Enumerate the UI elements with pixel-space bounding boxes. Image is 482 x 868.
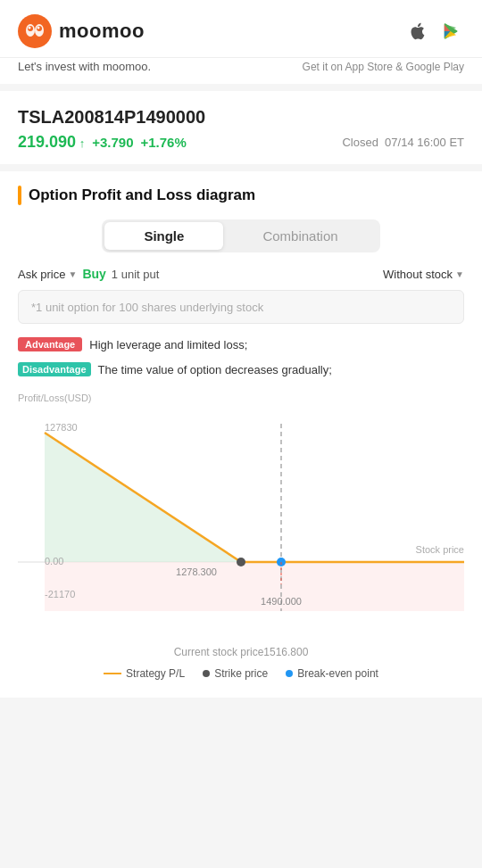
svg-point-6 bbox=[37, 27, 40, 29]
legend-strategy-pl: Strategy P/L bbox=[104, 667, 185, 680]
advantage-row: Advantage High leverage and limited loss… bbox=[18, 336, 464, 354]
svg-text:1278.300: 1278.300 bbox=[176, 566, 217, 577]
strategy-pl-line-icon bbox=[104, 673, 121, 674]
tags-row: Advantage High leverage and limited loss… bbox=[18, 336, 464, 378]
without-stock-dropdown[interactable]: Without stock ▼ bbox=[383, 268, 464, 281]
chart-area: Profit/Loss(USD) Stock price 127830 0.00… bbox=[18, 393, 464, 642]
info-box: *1 unit option for 100 shares underlying… bbox=[18, 290, 464, 324]
current-price-label: Current stock price1516.800 bbox=[18, 646, 464, 658]
section-title: Option Profit and Loss diagram bbox=[29, 186, 255, 204]
ask-price-arrow-icon: ▼ bbox=[68, 269, 77, 279]
tagline-row: Let's invest with moomoo. Get it on App … bbox=[0, 58, 482, 84]
logo-text: moomoo bbox=[59, 20, 145, 43]
advantage-tag: Advantage bbox=[18, 337, 82, 351]
breakeven-dot-icon bbox=[286, 670, 293, 677]
unit-text: 1 unit put bbox=[112, 268, 160, 281]
svg-text:127830: 127830 bbox=[45, 422, 78, 433]
legend-strike-price: Strike price bbox=[203, 667, 268, 680]
store-icons bbox=[405, 19, 464, 44]
buy-label: Buy bbox=[82, 267, 105, 281]
header: moomoo bbox=[0, 0, 482, 58]
price-arrow-icon: ↑ bbox=[76, 136, 85, 150]
price-change: +3.790 bbox=[92, 135, 133, 150]
svg-rect-9 bbox=[45, 562, 464, 611]
profit-loss-chart: 127830 0.00 -21170 1490.000 1278.300 bbox=[18, 410, 464, 624]
svg-point-0 bbox=[18, 14, 52, 48]
y-axis-label: Profit/Loss(USD) bbox=[18, 393, 92, 403]
section-title-row: Option Profit and Loss diagram bbox=[18, 186, 464, 205]
store-link: Get it on App Store & Google Play bbox=[303, 61, 464, 73]
stock-symbol: TSLA200814P1490000 bbox=[18, 107, 464, 128]
price-change-pct: +1.76% bbox=[141, 135, 187, 150]
stock-price-row: 219.090 ↑ +3.790 +1.76% Closed 07/14 16:… bbox=[18, 133, 464, 152]
tab-row: Single Combination bbox=[18, 219, 464, 252]
section-accent-bar bbox=[18, 186, 21, 205]
stock-price: 219.090 ↑ bbox=[18, 133, 85, 152]
google-play-icon[interactable] bbox=[439, 19, 464, 44]
strike-price-dot-icon bbox=[203, 670, 210, 677]
tab-single[interactable]: Single bbox=[104, 222, 223, 250]
tab-combination[interactable]: Combination bbox=[223, 222, 377, 250]
ask-price-dropdown[interactable]: Ask price ▼ bbox=[18, 268, 77, 281]
legend-row: Strategy P/L Strike price Break-even poi… bbox=[18, 667, 464, 680]
svg-point-5 bbox=[29, 27, 31, 29]
apple-icon[interactable] bbox=[405, 19, 430, 44]
market-status: Closed 07/14 16:00 ET bbox=[342, 136, 464, 149]
legend-breakeven: Break-even point bbox=[286, 667, 378, 680]
tagline: Let's invest with moomoo. bbox=[18, 60, 151, 73]
svg-text:1490.000: 1490.000 bbox=[261, 596, 302, 607]
left-controls: Ask price ▼ Buy 1 unit put bbox=[18, 267, 159, 281]
stock-section: TSLA200814P1490000 219.090 ↑ +3.790 +1.7… bbox=[0, 91, 482, 164]
logo-area: moomoo bbox=[18, 14, 145, 48]
diagram-section: Option Profit and Loss diagram Single Co… bbox=[0, 171, 482, 698]
svg-text:-21170: -21170 bbox=[45, 589, 75, 599]
svg-text:0.00: 0.00 bbox=[45, 556, 63, 566]
tab-container: Single Combination bbox=[102, 219, 379, 252]
without-stock-arrow-icon: ▼ bbox=[455, 269, 464, 279]
disadvantage-row: Disadvantage The time value of option de… bbox=[18, 361, 464, 379]
svg-point-18 bbox=[237, 558, 245, 566]
controls-row: Ask price ▼ Buy 1 unit put Without stock… bbox=[18, 267, 464, 281]
price-main: 219.090 ↑ +3.790 +1.76% bbox=[18, 133, 187, 152]
moomoo-logo-icon bbox=[18, 14, 52, 48]
disadvantage-description: The time value of option decreases gradu… bbox=[98, 361, 332, 379]
info-text: *1 unit option for 100 shares underlying… bbox=[31, 301, 263, 314]
advantage-description: High leverage and limited loss; bbox=[89, 336, 247, 354]
disadvantage-tag: Disadvantage bbox=[18, 362, 91, 376]
